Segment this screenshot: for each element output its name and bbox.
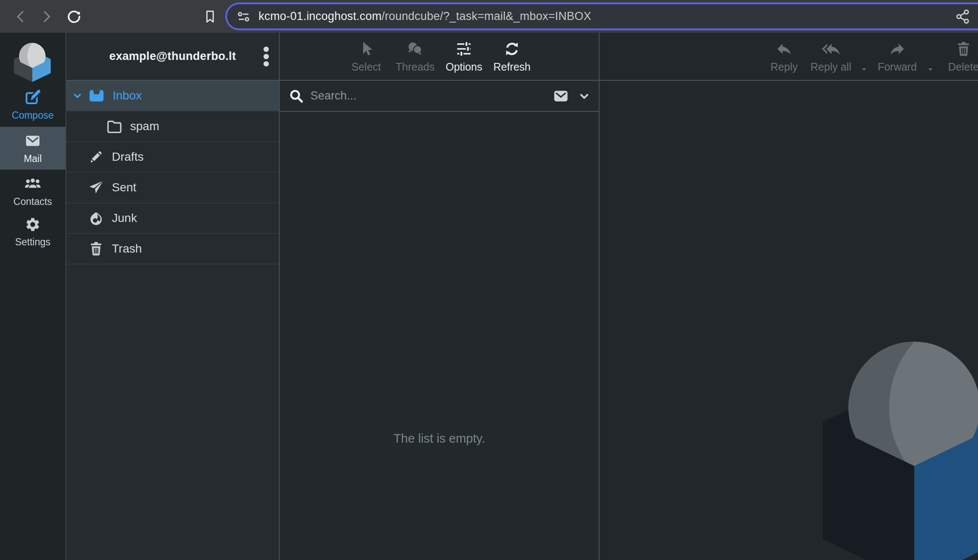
rail-item-contacts[interactable]: Contacts: [0, 171, 65, 212]
rail-item-label: Compose: [12, 110, 54, 121]
account-email: example@thunderbo.lt: [109, 50, 236, 63]
rail-item-mail[interactable]: Mail: [0, 127, 65, 170]
toolbar-label: Reply: [770, 61, 798, 73]
delete-button[interactable]: Delete: [941, 40, 978, 73]
folder-row-drafts[interactable]: Drafts: [66, 142, 279, 173]
compose-icon: [24, 89, 41, 106]
threads-button[interactable]: Threads: [395, 40, 435, 73]
folder-panel: example@thunderbo.lt Inbox spam: [65, 33, 279, 560]
chat-bubbles-icon: [406, 40, 424, 58]
select-button[interactable]: Select: [348, 40, 384, 73]
reply-all-button[interactable]: Reply all: [809, 40, 853, 73]
folder-row-trash[interactable]: Trash: [66, 234, 279, 264]
contacts-icon: [23, 175, 42, 192]
forward-menu-caret-icon[interactable]: [922, 64, 939, 74]
folder-row-inbox[interactable]: Inbox: [66, 81, 279, 111]
url-path: /roundcube/?_task=mail&_mbox=INBOX: [381, 10, 591, 23]
cursor-icon: [357, 40, 375, 58]
browser-reload-button[interactable]: [65, 9, 83, 25]
reply-all-menu-caret-icon[interactable]: [856, 64, 873, 74]
url-text: kcmo-01.incoghost.com/roundcube/?_task=m…: [259, 10, 591, 23]
trash-icon: [88, 240, 105, 257]
rail-item-label: Contacts: [14, 196, 52, 208]
toolbar-label: Select: [352, 61, 381, 73]
folder-label: Junk: [112, 211, 137, 225]
reply-all-icon: [822, 40, 840, 58]
folder-label: Drafts: [112, 150, 144, 164]
folder-row-sent[interactable]: Sent: [66, 173, 279, 203]
folder-row-spam[interactable]: spam: [66, 111, 279, 142]
roundcube-watermark-logo: [805, 309, 978, 560]
url-bar[interactable]: kcmo-01.incoghost.com/roundcube/?_task=m…: [225, 3, 978, 30]
account-menu-kebab-icon[interactable]: [261, 44, 271, 69]
chevron-down-icon[interactable]: [72, 90, 83, 101]
folder-label: Sent: [112, 181, 136, 194]
rail-item-compose[interactable]: Compose: [0, 85, 65, 125]
browser-back-button[interactable]: [12, 9, 30, 24]
search-bar[interactable]: [280, 81, 599, 112]
refresh-button[interactable]: Refresh: [493, 40, 531, 73]
toolbar-label: Options: [446, 61, 482, 73]
account-header: example@thunderbo.lt: [66, 33, 279, 81]
folder-label: spam: [130, 119, 159, 133]
flame-icon: [88, 210, 105, 227]
toolbar-label: Threads: [395, 61, 435, 73]
reading-pane: Reply Reply all Forward: [599, 33, 978, 560]
message-list-panel: Select Threads: [279, 33, 599, 560]
folder-row-junk[interactable]: Junk: [66, 203, 279, 234]
toolbar-label: Forward: [878, 61, 917, 73]
toolbar-label: Refresh: [493, 61, 531, 73]
rail-item-label: Settings: [15, 236, 50, 248]
folder-icon: [106, 118, 123, 135]
browser-forward-button[interactable]: [37, 9, 55, 24]
folder-label: Trash: [112, 242, 142, 256]
rail-item-label: Mail: [24, 153, 42, 165]
message-list-body: The list is empty.: [280, 112, 599, 560]
app-shell: Compose Mail Contacts Sett: [0, 33, 978, 560]
inbox-icon: [88, 87, 105, 105]
toolbar-label: Reply all: [810, 61, 851, 73]
search-icon: [289, 88, 304, 104]
reply-icon: [775, 40, 793, 58]
bookmark-icon[interactable]: [202, 9, 219, 24]
search-scope-mail-icon[interactable]: [552, 88, 569, 104]
roundcube-logo: [10, 36, 54, 82]
delete-trash-icon: [955, 40, 972, 58]
paper-plane-icon: [88, 179, 105, 196]
gear-icon: [25, 216, 41, 233]
tune-icon[interactable]: [236, 9, 251, 24]
sliders-icon: [455, 40, 473, 58]
forward-button[interactable]: Forward: [875, 40, 919, 73]
toolbar-label: Delete: [948, 61, 978, 73]
rail-item-settings[interactable]: Settings: [0, 212, 65, 253]
message-toolbar: Reply Reply all Forward: [600, 33, 978, 81]
mail-icon: [24, 132, 41, 149]
search-input[interactable]: [310, 89, 552, 102]
options-button[interactable]: Options: [446, 40, 482, 73]
url-domain: kcmo-01.incoghost.com: [259, 10, 381, 23]
folder-label: Inbox: [113, 89, 142, 102]
forward-icon: [888, 40, 906, 58]
refresh-icon: [503, 40, 521, 58]
browser-chrome: kcmo-01.incoghost.com/roundcube/?_task=m…: [0, 0, 978, 33]
task-rail: Compose Mail Contacts Sett: [0, 33, 65, 560]
share-icon[interactable]: [955, 8, 972, 25]
pencil-icon: [88, 148, 105, 165]
reply-button[interactable]: Reply: [762, 40, 806, 73]
list-toolbar: Select Threads: [280, 33, 599, 81]
empty-list-message: The list is empty.: [280, 432, 599, 446]
search-options-chevron-icon[interactable]: [578, 90, 591, 102]
